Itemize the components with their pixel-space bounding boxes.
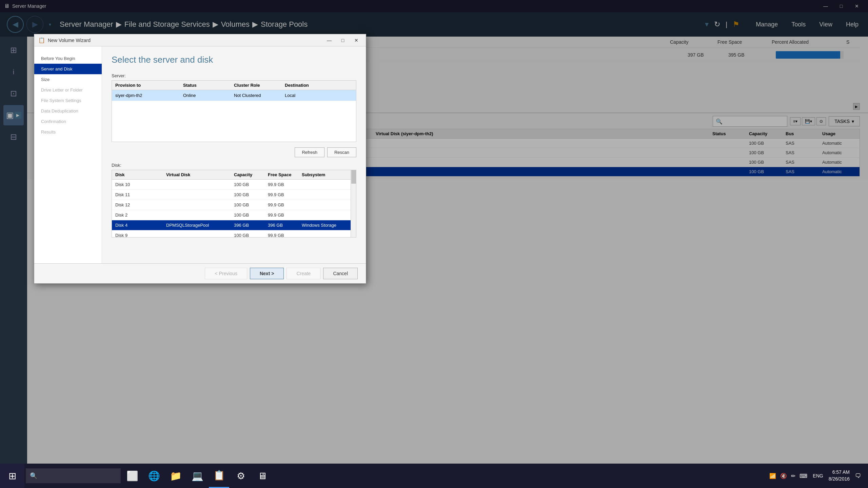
new-volume-wizard-dialog: 📋 New Volume Wizard — □ ✕ Before You Beg… bbox=[34, 34, 366, 284]
disk-dialog-row[interactable]: Disk 11 100 GB 99.9 GB bbox=[112, 190, 356, 200]
server-table-actions: Refresh Rescan bbox=[112, 147, 356, 157]
taskbar-app-task-view[interactable]: ⬜ bbox=[122, 464, 142, 488]
disk-col-free: Free Space bbox=[268, 172, 302, 177]
dialog-title-icon: 📋 bbox=[38, 37, 45, 43]
dialog-nav: Before You Begin Server and Disk Size Dr… bbox=[34, 46, 102, 263]
dialog-title-bar: 📋 New Volume Wizard — □ ✕ bbox=[34, 34, 366, 46]
disk-dialog-row[interactable]: Disk 2 100 GB 99.9 GB bbox=[112, 210, 356, 220]
nav-size[interactable]: Size bbox=[34, 74, 102, 85]
disk-section-label: Disk: bbox=[112, 163, 356, 168]
taskbar: ⊞ 🔍 ⬜ 🌐 📁 💻 📋 ⚙ 🖥 📶 🔇 ✏ ⌨ ENG 6:57 AM 8/… bbox=[0, 464, 868, 488]
server-col-status: Status bbox=[183, 83, 234, 88]
dialog-body: Before You Begin Server and Disk Size Dr… bbox=[34, 46, 366, 263]
previous-button[interactable]: < Previous bbox=[205, 268, 247, 279]
taskbar-app-browser[interactable]: 🖥 bbox=[252, 464, 273, 488]
server-col-destination: Destination bbox=[285, 83, 353, 88]
disk-table-container: Disk Virtual Disk Capacity Free Space Su… bbox=[112, 170, 356, 238]
taskbar-app-server-manager[interactable]: 📋 bbox=[209, 464, 229, 488]
dialog-disk-rows: Disk 10 100 GB 99.9 GB Disk 11 100 GB 99… bbox=[112, 180, 356, 238]
server-table-container: Provision to Status Cluster Role Destina… bbox=[112, 80, 356, 142]
volume-mute-icon: 🔇 bbox=[780, 473, 787, 479]
taskbar-app-settings[interactable]: ⚙ bbox=[231, 464, 251, 488]
server-row-cluster: Not Clustered bbox=[234, 93, 285, 98]
taskbar-search[interactable]: 🔍 bbox=[26, 468, 121, 483]
nav-before-you-begin[interactable]: Before You Begin bbox=[34, 53, 102, 64]
dialog-title-text: New Volume Wizard bbox=[48, 38, 321, 43]
server-row-destination: Local bbox=[285, 93, 353, 98]
disk-table-scrollbar[interactable] bbox=[351, 170, 356, 237]
taskbar-date: 8/26/2016 bbox=[829, 476, 850, 483]
language-indicator: ENG bbox=[813, 473, 823, 479]
dialog-page-title: Select the server and disk bbox=[112, 55, 356, 65]
taskbar-app-explorer[interactable]: 📁 bbox=[165, 464, 186, 488]
taskbar-app-ie[interactable]: 🌐 bbox=[144, 464, 164, 488]
dialog-main-content: Select the server and disk Server: Provi… bbox=[102, 46, 366, 263]
taskbar-app-cmd[interactable]: 💻 bbox=[187, 464, 208, 488]
server-col-provision: Provision to bbox=[115, 83, 183, 88]
nav-confirmation: Confirmation bbox=[34, 116, 102, 127]
dialog-minimize-button[interactable]: — bbox=[324, 36, 335, 45]
taskbar-time: 6:57 AM bbox=[829, 469, 850, 476]
server-section-label: Server: bbox=[112, 73, 356, 78]
nav-file-system: File System Settings bbox=[34, 95, 102, 106]
disk-dialog-row[interactable]: Disk 9 100 GB 99.9 GB bbox=[112, 230, 356, 238]
taskbar-right: 📶 🔇 ✏ ⌨ ENG 6:57 AM 8/26/2016 🗨 bbox=[769, 469, 868, 482]
dialog-maximize-button[interactable]: □ bbox=[337, 36, 348, 45]
server-row-status: Online bbox=[183, 93, 234, 98]
start-button[interactable]: ⊞ bbox=[0, 464, 24, 488]
taskbar-apps: ⬜ 🌐 📁 💻 📋 ⚙ 🖥 bbox=[122, 464, 273, 488]
taskbar-search-icon: 🔍 bbox=[30, 472, 37, 480]
nav-server-and-disk[interactable]: Server and Disk bbox=[34, 64, 102, 74]
taskbar-clock[interactable]: 6:57 AM 8/26/2016 bbox=[829, 469, 850, 482]
disk-col-subsystem: Subsystem bbox=[302, 172, 353, 177]
refresh-button[interactable]: Refresh bbox=[295, 147, 324, 157]
disk-dialog-row[interactable]: Disk 12 100 GB 99.9 GB bbox=[112, 200, 356, 210]
scrollbar-thumb[interactable] bbox=[351, 170, 356, 184]
server-table-empty bbox=[112, 101, 356, 142]
nav-drive-letter: Drive Letter or Folder bbox=[34, 85, 102, 95]
disk-dialog-row[interactable]: Disk 4 DPMSQLStoragePool 396 GB 396 GB W… bbox=[112, 220, 356, 230]
disk-dialog-row[interactable]: Disk 10 100 GB 99.9 GB bbox=[112, 180, 356, 190]
nav-deduplication: Data Deduplication bbox=[34, 106, 102, 116]
disk-col-disk: Disk bbox=[115, 172, 166, 177]
nav-results: Results bbox=[34, 127, 102, 137]
server-row-provision: siyer-dpm-th2 bbox=[115, 93, 183, 98]
rescan-button[interactable]: Rescan bbox=[327, 147, 356, 157]
disk-col-virtual-disk: Virtual Disk bbox=[166, 172, 234, 177]
next-button[interactable]: Next > bbox=[250, 268, 284, 279]
notification-icon[interactable]: 🗨 bbox=[855, 472, 861, 480]
disk-dialog-header: Disk Virtual Disk Capacity Free Space Su… bbox=[112, 170, 356, 180]
network-icon: 📶 bbox=[769, 473, 776, 479]
server-table-row[interactable]: siyer-dpm-th2 Online Not Clustered Local bbox=[112, 90, 356, 101]
cancel-button[interactable]: Cancel bbox=[323, 268, 358, 279]
dialog-footer: < Previous Next > Create Cancel bbox=[34, 263, 366, 283]
dialog-overlay: 📋 New Volume Wizard — □ ✕ Before You Beg… bbox=[0, 0, 868, 488]
server-col-cluster: Cluster Role bbox=[234, 83, 285, 88]
server-table-header: Provision to Status Cluster Role Destina… bbox=[112, 81, 356, 90]
dialog-close-button[interactable]: ✕ bbox=[351, 36, 362, 45]
disk-col-capacity: Capacity bbox=[234, 172, 268, 177]
taskbar-system-icons: 📶 🔇 ✏ ⌨ bbox=[769, 473, 807, 479]
pen-icon: ✏ bbox=[791, 473, 795, 479]
keyboard-icon: ⌨ bbox=[800, 473, 807, 479]
create-button: Create bbox=[287, 268, 320, 279]
